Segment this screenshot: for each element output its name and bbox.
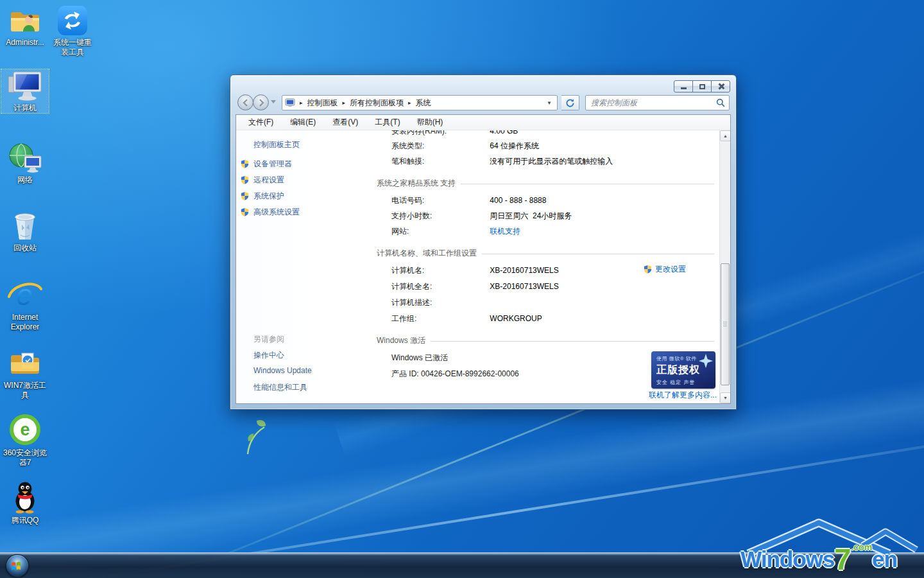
taskbar: e e	[0, 552, 924, 578]
administrator-folder-icon	[1, 4, 49, 36]
back-button[interactable]	[237, 94, 253, 110]
menu-view[interactable]: 查看(V)	[324, 115, 366, 130]
breadcrumb-separator-icon: ▸	[343, 100, 346, 106]
uac-shield-icon	[240, 159, 250, 169]
ram-value: 4.00 GB	[490, 130, 518, 136]
sparkle-star-icon	[699, 354, 713, 368]
maximize-button[interactable]	[692, 80, 712, 92]
pen-touch-value: 没有可用于此显示器的笔或触控输入	[490, 157, 613, 166]
sidebar-windows-update[interactable]: Windows Update	[253, 366, 312, 375]
breadcrumb-all-items[interactable]: 所有控制面板项	[350, 98, 404, 109]
product-id: 产品 ID: 00426-OEM-8992662-00006	[391, 369, 519, 380]
support-hours-row: 支持小时数: 周日至周六 24小时服务	[391, 211, 572, 222]
sidebar: 控制面板主页 设备管理器 远程设置	[236, 130, 363, 403]
uac-shield-icon	[240, 191, 250, 201]
windows-logo-icon	[11, 561, 24, 572]
sidebar-system-protection[interactable]: 系统保护	[240, 191, 284, 202]
desktop-icon-computer[interactable]: 计算机	[1, 69, 49, 113]
ram-label: 安装内存(RAM):	[391, 130, 488, 137]
maximize-icon	[699, 84, 705, 89]
scrollbar-thumb[interactable]	[721, 263, 730, 385]
refresh-icon	[565, 98, 575, 108]
desktop-icon-administrator[interactable]: Administr...	[1, 4, 49, 48]
workgroup-row: 工作组: WORKGROUP	[391, 313, 542, 324]
desktop-icon-network[interactable]: 网络	[1, 141, 49, 185]
network-icon	[1, 141, 49, 173]
computer-name-value: XB-20160713WELS	[490, 266, 558, 275]
breadcrumb-control-panel[interactable]: 控制面板	[307, 98, 338, 109]
breadcrumb-system[interactable]: 系统	[416, 98, 431, 109]
internet-explorer-icon: e	[1, 279, 49, 311]
section-rule	[431, 341, 714, 342]
change-settings[interactable]: 更改设置	[643, 264, 686, 275]
desktop-icon-qq[interactable]: 腾讯QQ	[1, 482, 49, 525]
scrollbar-grip	[723, 322, 727, 327]
desktop-icon-label: Internet Explorer	[1, 313, 49, 332]
desktop-icon-label: 360安全浏览 器7	[1, 448, 49, 468]
learn-more-online-link[interactable]: 联机了解更多内容...	[649, 390, 719, 401]
sidebar-item-label: 高级系统设置	[253, 207, 300, 218]
desktop-icon-recycle-bin[interactable]: 回收站	[1, 209, 49, 253]
computer-icon	[1, 69, 49, 101]
sidebar-performance-tools[interactable]: 性能信息和工具	[253, 382, 307, 393]
desktop-icon-internet-explorer[interactable]: e Internet Explorer	[1, 279, 49, 332]
section-rule	[461, 184, 714, 184]
desktop-icon-label: 系统一键重 装工具	[49, 38, 96, 57]
sidebar-advanced-settings[interactable]: 高级系统设置	[240, 207, 300, 218]
refresh-button[interactable]	[561, 95, 579, 110]
address-bar[interactable]: ▸ 控制面板 ▸ 所有控制面板项 ▸ 系统 ▼	[282, 95, 558, 110]
history-dropdown-icon[interactable]	[271, 100, 276, 103]
address-computer-icon	[285, 98, 295, 107]
breadcrumb-separator-icon: ▸	[408, 100, 411, 106]
menu-file[interactable]: 文件(F)	[240, 115, 282, 130]
menu-tools[interactable]: 工具(T)	[366, 115, 408, 130]
minimize-button[interactable]	[674, 80, 693, 92]
activation-status: Windows 已激活	[391, 353, 448, 363]
address-dropdown-icon[interactable]: ▼	[544, 100, 554, 106]
360-browser-icon: e	[1, 414, 49, 446]
desktop-icon-label: 网络	[1, 175, 49, 185]
desktop-icon-win7-activator[interactable]: WIN7激活工 具	[1, 347, 49, 400]
caption-buttons	[674, 80, 730, 92]
scroll-up-button[interactable]: ▲	[720, 130, 731, 141]
sidebar-remote-settings[interactable]: 远程设置	[240, 175, 284, 186]
support-hours-label: 支持小时数:	[391, 211, 488, 222]
menu-edit[interactable]: 编辑(E)	[282, 115, 324, 130]
reinstall-tool-icon	[49, 4, 96, 36]
activation-section-header: Windows 激活	[377, 335, 714, 346]
desktop-icon-label: 回收站	[1, 243, 49, 253]
website-label: 网站:	[391, 226, 488, 237]
navigation-bar: ▸ 控制面板 ▸ 所有控制面板项 ▸ 系统 ▼	[235, 94, 731, 112]
scroll-down-button[interactable]: ▼	[720, 392, 731, 403]
search-input[interactable]	[590, 98, 716, 108]
vertical-scrollbar[interactable]: ▲ ▼	[719, 130, 730, 403]
sidebar-device-manager[interactable]: 设备管理器	[240, 159, 292, 170]
sidebar-action-center[interactable]: 操作中心	[253, 350, 284, 361]
close-button[interactable]	[711, 80, 730, 92]
search-icon[interactable]	[716, 98, 725, 107]
desktop-icon-label: WIN7激活工 具	[1, 381, 49, 400]
computer-name-label: 计算机名:	[391, 265, 488, 276]
sidebar-control-panel-home[interactable]: 控制面板主页	[253, 139, 300, 150]
computer-fullname-value: XB-20160713WELS	[490, 282, 558, 291]
desktop-icon-label: Administr...	[1, 38, 49, 48]
start-button[interactable]	[6, 554, 29, 577]
change-settings-link[interactable]: 更改设置	[655, 264, 686, 275]
minimize-icon	[681, 87, 687, 89]
window-client-area: 文件(F) 编辑(E) 查看(V) 工具(T) 帮助(H) 控制面板主页 设备管…	[235, 114, 731, 404]
breadcrumb-separator-icon: ▸	[300, 100, 303, 106]
phone-value: 400 - 888 - 8888	[490, 196, 546, 205]
computer-fullname-row: 计算机全名: XB-20160713WELS	[391, 281, 559, 292]
forward-button[interactable]	[253, 94, 269, 110]
ram-row: 安装内存(RAM): 4.00 GB	[391, 130, 518, 137]
sidebar-see-also-header: 另请参阅	[253, 334, 284, 345]
online-support-link[interactable]: 联机支持	[490, 227, 520, 236]
desktop-icon-360-browser[interactable]: e 360安全浏览 器7	[1, 414, 49, 468]
qq-penguin-icon	[1, 482, 49, 514]
computer-name-row: 计算机名: XB-20160713WELS	[391, 265, 559, 276]
search-box[interactable]	[585, 95, 730, 110]
desktop-icon-reinstall-tool[interactable]: 系统一键重 装工具	[49, 4, 96, 57]
computer-description-row: 计算机描述:	[391, 297, 488, 308]
support-section-header: 系统之家精品系统 支持	[377, 178, 714, 189]
menu-help[interactable]: 帮助(H)	[409, 115, 452, 130]
